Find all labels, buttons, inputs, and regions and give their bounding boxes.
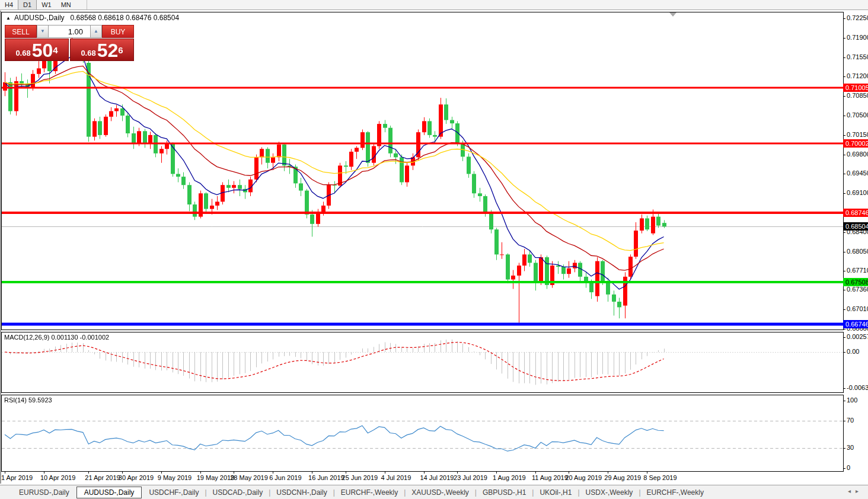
- price-axis-label: 0.69100: [847, 189, 868, 196]
- date-axis-label: 9 May 2019: [158, 474, 192, 481]
- hline-price-badge: 0.70002: [843, 139, 868, 148]
- macd-axis-label: 0.00: [847, 348, 859, 355]
- sell-button[interactable]: SELL: [5, 25, 37, 38]
- price-axis-tick: [843, 329, 845, 330]
- rsi-panel[interactable]: RSI(14) 59.5923: [1, 395, 844, 472]
- price-axis-tick: [843, 96, 845, 97]
- timeframe-button-d1[interactable]: D1: [18, 0, 37, 9]
- date-axis-tick: [608, 472, 608, 474]
- buy-button[interactable]: BUY: [102, 25, 134, 38]
- chart-tab-usdx[interactable]: USDX-,Weekly: [580, 487, 639, 498]
- tab-scroll-left-icon[interactable]: ◂: [848, 488, 856, 494]
- macd-axis-tick: [843, 352, 845, 353]
- date-axis-label: 16 Jun 2019: [308, 474, 344, 481]
- price-axis-tick: [843, 174, 845, 174]
- hline-price-badge: 0.68746: [843, 209, 868, 217]
- price-axis-tick: [843, 290, 845, 290]
- chart-ohlc-values: 0.68568 0.68618 0.68476 0.68504: [71, 14, 180, 22]
- current-price-badge: 0.68504: [843, 222, 868, 231]
- price-axis-tick: [843, 155, 845, 155]
- hline-price-badge: 0.67508: [843, 278, 868, 286]
- price-axis-tick: [843, 309, 845, 310]
- rsi-axis-tick: [843, 448, 845, 449]
- volume-decrease-button[interactable]: ▼: [37, 25, 49, 38]
- chart-tab-audusd[interactable]: AUDUSD-,Daily: [76, 487, 142, 498]
- date-axis-label: 8 Sep 2019: [643, 474, 676, 481]
- tab-scroll-right-icon[interactable]: ▸: [856, 488, 863, 494]
- price-axis-tick: [843, 193, 845, 194]
- price-axis-label: 0.71200: [847, 72, 868, 79]
- price-axis-tick: [843, 271, 845, 271]
- date-axis-label: 1 Apr 2019: [1, 474, 33, 481]
- one-click-trading-panel: SELL ▼ ▲ BUY 0.68 50 4 0.68 52 6: [5, 25, 134, 61]
- macd-label: MACD(12,26,9) 0.001130 -0.001002: [4, 334, 109, 341]
- chart-tab-eurchf[interactable]: EURCHF-,Weekly: [641, 487, 710, 498]
- rsi-canvas[interactable]: [2, 395, 843, 471]
- date-axis-tick: [122, 472, 123, 474]
- date-axis-label: 25 Jun 2019: [342, 474, 378, 481]
- chart-tab-gbpusd[interactable]: GBPUSD-,H1: [477, 487, 532, 498]
- buy-price-big: 52: [97, 41, 119, 59]
- date-axis: 1 Apr 201910 Apr 201921 Apr 201930 Apr 2…: [1, 472, 844, 484]
- price-axis-label: 0.67010: [847, 305, 868, 312]
- date-axis-label: 23 Jul 2019: [454, 474, 487, 481]
- rsi-axis-tick: [843, 401, 845, 401]
- volume-input[interactable]: [49, 25, 90, 38]
- macd-axis-label: 0.002574: [847, 333, 868, 340]
- price-axis-tick: [843, 232, 845, 233]
- rsi-label: RSI(14) 59.5923: [4, 396, 52, 404]
- sell-price-display[interactable]: 0.68 50 4: [5, 39, 69, 61]
- date-axis-tick: [273, 472, 273, 474]
- date-axis-label: 6 Jun 2019: [269, 474, 301, 481]
- price-axis-label: 0.71550: [847, 53, 868, 60]
- chart-tab-bar: EURUSD-,DailyAUDUSD-,DailyUSDCHF-,Daily|…: [0, 485, 868, 499]
- date-axis-tick: [161, 472, 162, 474]
- macd-axis-label: -0.006326: [847, 384, 868, 391]
- date-axis-tick: [457, 472, 458, 474]
- buy-price-prefix: 0.68: [81, 47, 95, 59]
- sell-price-big: 50: [32, 41, 53, 59]
- price-axis-label: 0.70850: [847, 92, 868, 99]
- chart-tab-ukoil[interactable]: UKOil-,H1: [534, 487, 577, 498]
- date-axis-tick: [535, 472, 536, 474]
- date-axis-tick: [234, 472, 234, 474]
- macd-canvas[interactable]: [2, 332, 843, 392]
- date-axis-tick: [424, 472, 425, 474]
- chart-tab-usdcad[interactable]: USDCAD-,Daily: [207, 487, 269, 498]
- volume-increase-button[interactable]: ▲: [90, 25, 102, 38]
- macd-axis-tick: [843, 337, 845, 338]
- date-axis-label: 29 Aug 2019: [604, 474, 641, 481]
- timeframe-toolbar: H4D1W1MN: [0, 0, 868, 10]
- macd-panel[interactable]: MACD(12,26,9) 0.001130 -0.001002: [1, 332, 844, 393]
- buy-price-display[interactable]: 0.68 52 6: [70, 39, 134, 61]
- toolbar-divider: [87, 0, 87, 9]
- rsi-axis-label: 70: [847, 417, 854, 424]
- chart-tab-usdcnh[interactable]: USDCNH-,Daily: [270, 487, 333, 498]
- price-axis-tick: [843, 116, 845, 116]
- chart-tab-usdchf[interactable]: USDCHF-,Daily: [143, 487, 205, 498]
- price-axis-label: 0.70500: [847, 111, 868, 119]
- timeframe-button-mn[interactable]: MN: [56, 0, 76, 9]
- date-axis-tick: [312, 472, 312, 474]
- date-axis-label: 14 Jul 2019: [420, 474, 454, 481]
- price-axis-label: 0.67360: [847, 286, 868, 293]
- timeframe-button-w1[interactable]: W1: [37, 0, 56, 9]
- rsi-axis-label: 100: [847, 396, 857, 404]
- chart-tab-xauusd[interactable]: XAUUSD-,Weekly: [406, 487, 474, 498]
- date-axis-label: 28 May 2019: [230, 474, 268, 481]
- date-axis-label: 10 Apr 2019: [40, 474, 75, 481]
- price-axis-tick: [843, 76, 845, 77]
- date-axis-tick: [44, 472, 44, 474]
- chart-tab-eurusd[interactable]: EURUSD-,Daily: [13, 487, 75, 498]
- price-axis-label: 0.67710: [847, 267, 868, 274]
- chart-shift-marker-icon[interactable]: [669, 12, 676, 17]
- collapse-trade-panel-icon[interactable]: ▲: [6, 15, 11, 21]
- date-axis-tick: [5, 472, 5, 474]
- rsi-axis-label: 30: [847, 444, 854, 451]
- chart-tab-eurchf[interactable]: EURCHF-,Weekly: [335, 487, 404, 498]
- chart-title: AUDUSD-,Daily: [14, 14, 65, 22]
- date-axis-tick: [569, 472, 569, 474]
- timeframe-button-h4[interactable]: H4: [0, 0, 18, 9]
- sell-price-pip: 4: [53, 39, 58, 62]
- sell-price-prefix: 0.68: [15, 47, 30, 59]
